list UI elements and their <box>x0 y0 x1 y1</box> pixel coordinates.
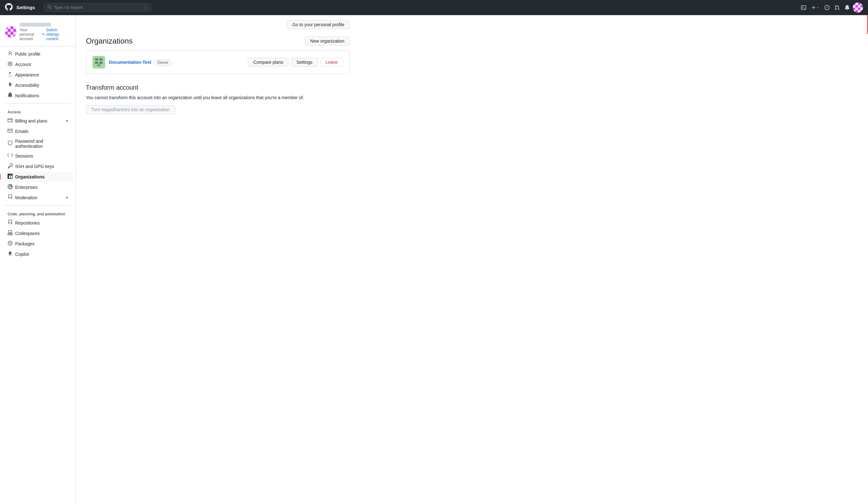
mail-icon <box>8 128 13 134</box>
user-avatar[interactable] <box>853 2 863 13</box>
sidebar-divider-1 <box>5 103 70 104</box>
expand-icon: ▾ <box>66 119 68 123</box>
sidebar-item-label: Sessions <box>15 154 33 158</box>
sidebar-item-notifications[interactable]: Notifications <box>2 91 73 101</box>
search-icon <box>47 5 52 10</box>
sidebar-item-copilot[interactable]: Copilot <box>2 249 73 259</box>
sidebar-item-label: Copilot <box>15 252 29 257</box>
org-card: Documentation-Test Owner Compare plans S… <box>86 51 350 74</box>
sidebar-item-appearance[interactable]: Appearance <box>2 70 73 80</box>
sidebar-item-label: Password and authentication <box>15 138 68 149</box>
github-logo[interactable] <box>5 3 13 12</box>
sidebar-item-packages[interactable]: Packages <box>2 239 73 249</box>
search-bar[interactable]: Type / to search / <box>44 3 151 12</box>
organizations-title: Organizations <box>86 37 133 45</box>
top-navigation: Settings Type / to search / <box>0 0 868 15</box>
sidebar-item-billing[interactable]: Billing and plans ▾ <box>2 116 73 126</box>
globe-icon <box>8 184 13 191</box>
repo-icon <box>8 220 13 226</box>
sidebar-user-section: Your personal account Switch settings co… <box>0 20 75 47</box>
create-button[interactable] <box>809 3 821 12</box>
go-to-profile-button[interactable]: Go to your personal profile <box>287 20 350 29</box>
topnav-right-actions <box>799 2 863 13</box>
sidebar-item-label: Organizations <box>15 174 44 179</box>
sidebar-item-label: Public profile <box>15 51 40 56</box>
sidebar-item-label: Appearance <box>15 72 39 78</box>
page-layout: Your personal account Switch settings co… <box>0 15 868 504</box>
sidebar-personal-label: Your personal account <box>20 28 41 41</box>
codespaces-icon <box>8 230 13 237</box>
sidebar-item-public-profile[interactable]: Public profile <box>2 49 73 59</box>
sidebar-user-info: Your personal account Switch settings co… <box>20 23 70 41</box>
org-info: Documentation-Test Owner <box>109 60 172 65</box>
sidebar-item-repositories[interactable]: Repositories <box>2 218 73 228</box>
notifications-button[interactable] <box>843 3 851 12</box>
transform-section: Transform account You cannot transform t… <box>86 84 350 114</box>
sidebar-item-label: Codespaces <box>15 231 40 236</box>
sidebar: Your personal account Switch settings co… <box>0 15 76 504</box>
gear-icon <box>8 61 13 68</box>
sidebar-item-label: Accessibility <box>15 83 39 88</box>
comment-icon <box>8 195 13 201</box>
sidebar-item-label: SSH and GPG keys <box>15 164 54 169</box>
code-section-label: Code, planning, and automation <box>2 208 73 218</box>
org-name-link[interactable]: Documentation-Test <box>109 60 151 65</box>
leave-org-button[interactable]: Leave <box>320 58 343 66</box>
svg-rect-2 <box>95 62 99 64</box>
svg-rect-3 <box>100 62 103 64</box>
expand-icon-moderation: ▾ <box>66 195 68 200</box>
org-role-badge: Owner <box>154 59 171 66</box>
bell-icon <box>8 93 13 99</box>
access-section-label: Access <box>2 106 73 116</box>
svg-rect-5 <box>98 64 100 65</box>
accessibility-icon <box>8 82 13 89</box>
sidebar-divider-2 <box>5 205 70 206</box>
sidebar-item-account[interactable]: Account <box>2 59 73 70</box>
search-placeholder: Type / to search <box>54 5 83 10</box>
issues-button[interactable] <box>823 3 831 12</box>
sidebar-item-organizations[interactable]: Organizations <box>2 172 73 182</box>
new-organization-button[interactable]: New organization <box>305 37 350 45</box>
key-icon <box>8 163 13 169</box>
svg-rect-1 <box>100 59 103 61</box>
app-title: Settings <box>17 5 35 10</box>
sidebar-item-ssh-gpg[interactable]: SSH and GPG keys <box>2 161 73 172</box>
sidebar-item-label: Moderation <box>15 195 37 200</box>
copilot-icon <box>8 251 13 257</box>
sidebar-username-blurred <box>20 23 51 27</box>
transform-button: Turn Nagadharshini into an organization <box>86 105 175 114</box>
sidebar-item-moderation[interactable]: Moderation ▾ <box>2 193 73 203</box>
sidebar-item-enterprises[interactable]: Enterprises <box>2 182 73 192</box>
sidebar-item-sessions[interactable]: Sessions <box>2 151 73 161</box>
broadcast-icon <box>8 153 13 159</box>
sidebar-item-accessibility[interactable]: Accessibility <box>2 80 73 90</box>
terminal-button[interactable] <box>799 3 808 12</box>
svg-rect-0 <box>95 59 99 61</box>
profile-bar: Go to your personal profile <box>86 20 350 29</box>
organizations-header: Organizations New organization <box>86 37 350 45</box>
sidebar-item-label: Repositories <box>15 220 40 225</box>
transform-title: Transform account <box>86 84 350 91</box>
org-settings-button[interactable]: Settings <box>291 58 318 66</box>
switch-context-link[interactable]: Switch settings context <box>46 28 70 41</box>
sidebar-item-emails[interactable]: Emails <box>2 126 73 136</box>
search-slash-hint: / <box>143 5 148 10</box>
sidebar-item-label: Billing and plans <box>15 119 47 123</box>
sidebar-item-label: Account <box>15 62 31 67</box>
main-content: Go to your personal profile Organization… <box>76 15 360 504</box>
compare-plans-button[interactable]: Compare plans <box>248 58 289 66</box>
sidebar-item-codespaces[interactable]: Codespaces <box>2 228 73 238</box>
svg-rect-4 <box>97 65 101 66</box>
sidebar-item-label: Emails <box>15 129 28 134</box>
sidebar-user-avatar <box>5 26 17 38</box>
pullrequests-button[interactable] <box>833 3 841 12</box>
org-actions: Compare plans Settings Leave <box>248 58 343 66</box>
sidebar-item-label: Packages <box>15 241 34 246</box>
table-icon <box>8 174 13 180</box>
transform-description: You cannot transform this account into a… <box>86 95 350 100</box>
person-icon <box>8 51 13 57</box>
package-icon <box>8 240 13 247</box>
sidebar-item-password[interactable]: Password and authentication <box>2 137 73 151</box>
paintbrush-icon <box>8 72 13 78</box>
org-avatar <box>92 56 105 69</box>
